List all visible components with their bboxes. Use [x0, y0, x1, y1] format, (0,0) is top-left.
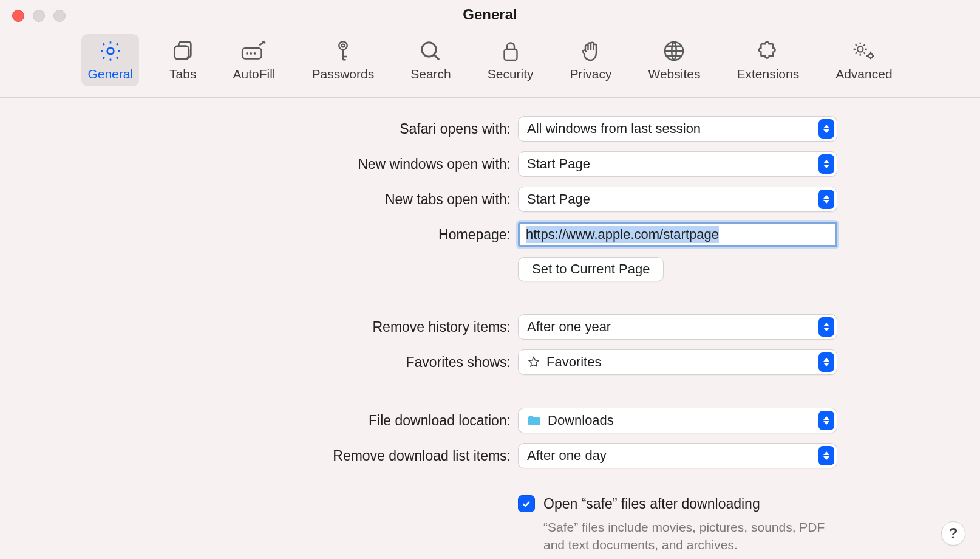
toolbar-item-advanced[interactable]: Advanced — [829, 34, 898, 86]
popup-value: Start Page — [527, 156, 590, 172]
hand-icon — [580, 39, 602, 63]
toolbar-item-label: AutoFill — [233, 67, 275, 81]
chevron-up-down-icon — [818, 446, 834, 465]
popup-value: Start Page — [527, 191, 590, 207]
toolbar-item-label: Search — [410, 67, 451, 81]
safari-opens-with-popup[interactable]: All windows from last session — [518, 116, 837, 142]
popup-value: All windows from last session — [527, 121, 701, 137]
help-button-label: ? — [949, 525, 958, 542]
popup-value: Favorites — [527, 354, 601, 370]
open-safe-files-label: Open “safe” files after downloading — [543, 496, 760, 512]
chevron-up-down-icon — [818, 119, 834, 139]
toolbar-item-label: Extensions — [737, 67, 799, 81]
svg-point-8 — [422, 43, 436, 57]
toolbar-item-label: Tabs — [169, 67, 196, 81]
svg-point-6 — [339, 41, 347, 50]
svg-point-0 — [107, 48, 114, 55]
toolbar-item-label: General — [87, 67, 133, 81]
remove-download-list-items-popup[interactable]: After one day — [518, 443, 837, 468]
new-tabs-open-with-popup[interactable]: Start Page — [518, 187, 837, 212]
svg-rect-9 — [504, 49, 517, 60]
toolbar-item-search[interactable]: Search — [404, 34, 457, 86]
svg-point-12 — [868, 53, 873, 58]
preferences-toolbar: General Tabs AutoFill Passwords Search S… — [0, 29, 980, 98]
puzzle-icon — [756, 39, 780, 63]
toolbar-item-websites[interactable]: Websites — [642, 34, 706, 86]
svg-point-4 — [250, 52, 253, 55]
svg-point-3 — [247, 52, 249, 55]
popup-value: After one year — [527, 319, 611, 335]
favorites-shows-popup[interactable]: Favorites — [518, 349, 837, 375]
toolbar-item-general[interactable]: General — [81, 34, 139, 86]
toolbar-item-label: Passwords — [312, 67, 375, 81]
homepage-value: https://www.apple.com/startpage — [526, 226, 719, 243]
svg-point-7 — [341, 44, 344, 47]
new-windows-open-with-label: New windows open with: — [134, 156, 511, 173]
file-download-location-popup[interactable]: Downloads — [518, 408, 837, 433]
chevron-up-down-icon — [818, 411, 834, 430]
chevron-up-down-icon — [818, 352, 834, 372]
chevron-up-down-icon — [818, 154, 834, 174]
safari-opens-with-label: Safari opens with: — [134, 121, 511, 137]
general-settings-form: Safari opens with: All windows from last… — [0, 98, 980, 554]
key-icon — [332, 39, 354, 63]
remove-download-list-items-label: Remove download list items: — [134, 448, 511, 464]
toolbar-item-autofill[interactable]: AutoFill — [226, 34, 281, 86]
toolbar-item-privacy[interactable]: Privacy — [564, 34, 618, 86]
toolbar-item-label: Privacy — [570, 67, 612, 81]
svg-rect-1 — [175, 46, 189, 60]
new-windows-open-with-popup[interactable]: Start Page — [518, 151, 837, 177]
toolbar-item-security[interactable]: Security — [481, 34, 540, 86]
svg-point-11 — [857, 46, 863, 52]
new-tabs-open-with-label: New tabs open with: — [134, 191, 511, 208]
toolbar-item-label: Websites — [648, 67, 700, 81]
gears-icon — [851, 39, 877, 63]
favorites-shows-label: Favorites shows: — [134, 354, 511, 371]
popup-value: Downloads — [527, 413, 614, 428]
search-icon — [418, 39, 443, 63]
chevron-up-down-icon — [818, 317, 834, 337]
homepage-field[interactable]: https://www.apple.com/startpage — [518, 222, 837, 247]
chevron-up-down-icon — [818, 190, 834, 209]
autofill-icon — [240, 39, 267, 63]
svg-point-5 — [254, 52, 256, 55]
titlebar: General — [0, 0, 980, 29]
tabs-icon — [171, 39, 195, 63]
window-title: General — [0, 6, 980, 23]
toolbar-item-label: Security — [488, 67, 534, 81]
star-icon — [527, 355, 540, 369]
open-safe-files-hint: “Safe” files include movies, pictures, s… — [543, 518, 835, 554]
gear-icon — [98, 39, 123, 63]
homepage-label: Homepage: — [134, 227, 511, 243]
popup-text: Favorites — [546, 354, 601, 370]
toolbar-item-label: Advanced — [835, 67, 892, 81]
button-label: Set to Current Page — [532, 261, 650, 277]
globe-icon — [662, 39, 686, 63]
remove-history-items-popup[interactable]: After one year — [518, 314, 837, 340]
toolbar-item-tabs[interactable]: Tabs — [163, 34, 202, 86]
file-download-location-label: File download location: — [134, 413, 511, 429]
popup-text: Downloads — [548, 413, 614, 428]
toolbar-item-passwords[interactable]: Passwords — [306, 34, 381, 86]
lock-icon — [500, 39, 522, 63]
folder-icon — [527, 414, 542, 427]
help-button[interactable]: ? — [941, 521, 965, 546]
popup-value: After one day — [527, 448, 607, 464]
remove-history-items-label: Remove history items: — [134, 319, 511, 335]
set-to-current-page-button[interactable]: Set to Current Page — [518, 257, 664, 281]
toolbar-item-extensions[interactable]: Extensions — [730, 34, 805, 86]
open-safe-files-checkbox[interactable] — [518, 495, 535, 512]
